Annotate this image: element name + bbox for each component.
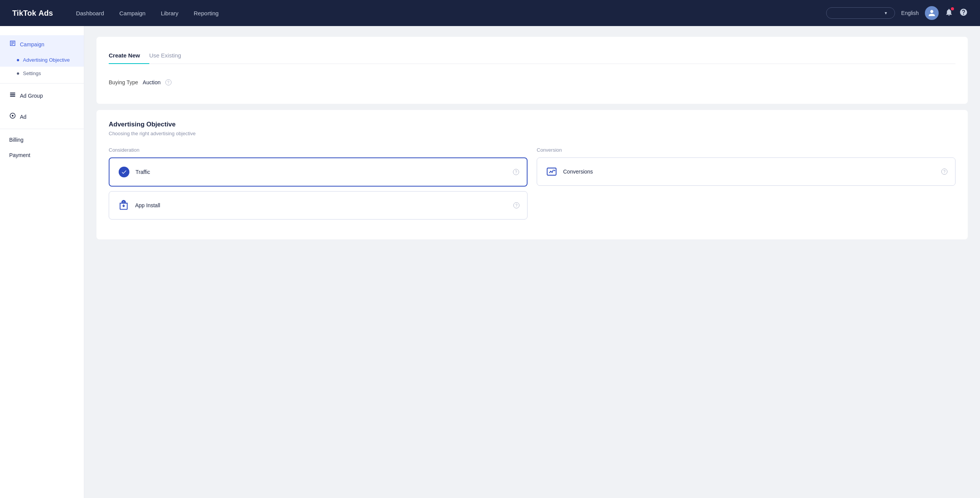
app-install-help-icon[interactable]: ? (513, 202, 519, 208)
language-label: English (901, 10, 919, 16)
tab-use-existing[interactable]: Use Existing (149, 48, 190, 64)
brand-name-tiktok: TikTok (12, 9, 36, 18)
sidebar-item-ad[interactable]: Ad (0, 108, 84, 126)
traffic-checkmark-icon (119, 167, 129, 177)
notification-badge (951, 7, 954, 10)
nav-reporting[interactable]: Reporting (194, 10, 219, 16)
sidebar-settings-label: Settings (23, 70, 41, 76)
sidebar-item-adgroup[interactable]: Ad Group (0, 87, 84, 105)
account-selector-value (833, 10, 834, 16)
conversion-label: Conversion (537, 147, 956, 153)
objective-option-conversions[interactable]: Conversions ? (537, 157, 956, 186)
account-selector-dropdown[interactable]: ▾ (826, 7, 895, 19)
conversion-column: Conversion Conversions ? (537, 147, 956, 190)
svg-rect-1 (10, 94, 15, 95)
advertising-objective-card: Advertising Objective Choosing the right… (96, 110, 968, 239)
conversions-icon (545, 165, 559, 179)
sidebar-adgroup-section: Ad Group (0, 87, 84, 105)
campaign-tabs: Create New Use Existing (109, 48, 956, 64)
advertising-objective-subtitle: Choosing the right advertising objective (109, 131, 956, 136)
help-icon[interactable] (959, 8, 968, 18)
sidebar-ad-label: Ad (20, 114, 26, 120)
traffic-label: Traffic (136, 169, 508, 175)
chevron-down-icon: ▾ (885, 10, 887, 16)
topnav-right-section: ▾ English (826, 6, 968, 20)
ad-icon (9, 112, 16, 121)
campaign-type-card: Create New Use Existing Buying Type Auct… (96, 37, 968, 104)
nav-campaign[interactable]: Campaign (119, 10, 145, 16)
main-content: Create New Use Existing Buying Type Auct… (84, 26, 980, 498)
traffic-help-icon[interactable]: ? (513, 169, 519, 175)
buying-type-label: Buying Type (109, 79, 138, 85)
user-avatar[interactable] (925, 6, 939, 20)
sidebar-campaign-section: Campaign Advertising Objective Settings (0, 35, 84, 80)
sidebar-billing-section: Billing Payment (0, 132, 84, 163)
brand-logo[interactable]: TikTok Ads (12, 9, 53, 18)
tab-create-new[interactable]: Create New (109, 48, 149, 64)
app-install-label: App Install (135, 202, 509, 208)
svg-rect-2 (10, 96, 15, 97)
nav-dashboard[interactable]: Dashboard (76, 10, 104, 16)
sidebar-divider-1 (0, 83, 84, 84)
sidebar: Campaign Advertising Objective Settings … (0, 26, 84, 498)
consideration-label: Consideration (109, 147, 528, 153)
advertising-objective-title: Advertising Objective (109, 121, 956, 128)
sidebar-item-billing[interactable]: Billing (0, 132, 84, 147)
app-install-icon (117, 198, 131, 212)
sidebar-campaign-label: Campaign (20, 41, 44, 48)
buying-type-value: Auction (143, 79, 161, 85)
sidebar-divider-2 (0, 129, 84, 129)
sidebar-billing-label: Billing (9, 137, 23, 143)
svg-point-4 (12, 115, 14, 117)
buying-type-row: Buying Type Auction ? (109, 76, 956, 92)
notifications-bell[interactable] (945, 8, 953, 18)
objective-option-app-install[interactable]: App Install ? (109, 191, 528, 220)
consideration-column: Consideration Traffic ? (109, 147, 528, 224)
sidebar-item-payment[interactable]: Payment (0, 147, 84, 163)
adgroup-icon (9, 91, 16, 100)
traffic-icon (117, 165, 131, 179)
conversions-help-icon[interactable]: ? (941, 169, 947, 175)
sidebar-item-campaign[interactable]: Campaign (0, 35, 84, 53)
sidebar-payment-label: Payment (9, 152, 30, 158)
main-layout: Campaign Advertising Objective Settings … (0, 26, 980, 498)
sidebar-advertising-objective-label: Advertising Objective (23, 57, 70, 63)
objective-option-traffic[interactable]: Traffic ? (109, 157, 528, 187)
top-navigation: TikTok Ads Dashboard Campaign Library Re… (0, 0, 980, 26)
nav-library[interactable]: Library (161, 10, 178, 16)
objective-columns: Consideration Traffic ? (109, 147, 956, 224)
inactive-dot-icon (17, 72, 19, 75)
active-dot-icon (17, 59, 19, 61)
conversions-label: Conversions (563, 169, 937, 175)
sidebar-ad-section: Ad (0, 108, 84, 126)
buying-type-help-icon[interactable]: ? (165, 79, 172, 85)
svg-rect-0 (10, 93, 15, 93)
brand-name-ads: Ads (39, 9, 53, 18)
sidebar-adgroup-label: Ad Group (20, 93, 43, 99)
sidebar-settings[interactable]: Settings (0, 67, 84, 80)
campaign-icon (9, 40, 16, 49)
nav-links: Dashboard Campaign Library Reporting (76, 10, 811, 16)
sidebar-advertising-objective[interactable]: Advertising Objective (0, 53, 84, 67)
